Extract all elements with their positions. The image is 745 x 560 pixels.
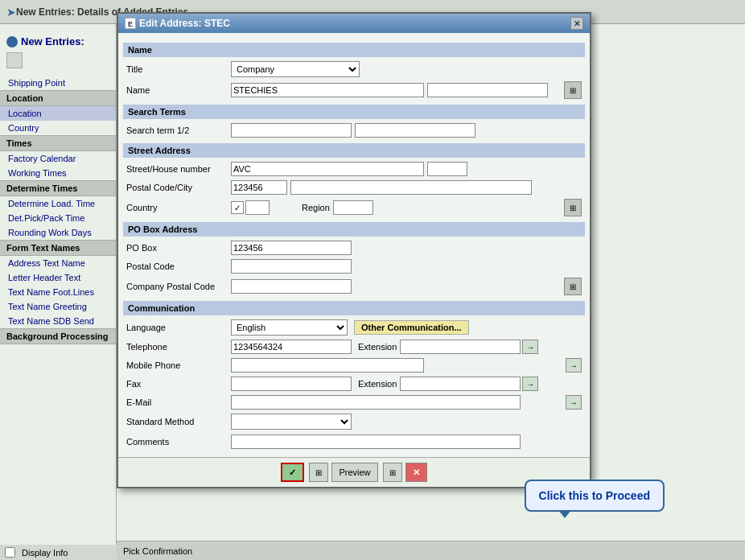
country-code-input[interactable] [245, 200, 270, 215]
po-box-row: PO Box [123, 240, 585, 256]
communication-section-header: Communication [123, 301, 585, 315]
email-action-btn[interactable]: → [566, 395, 582, 410]
search-term-input-1[interactable] [231, 123, 352, 138]
email-label: E-Mail [126, 397, 231, 407]
footer-icon-btn-2[interactable]: ⊞ [383, 463, 402, 482]
title-label: Title [126, 64, 231, 74]
toolbar-area [0, 51, 116, 76]
search-terms-section-header: Search Terms [123, 105, 585, 119]
po-box-section-header: PO Box Address [123, 222, 585, 237]
confirm-button[interactable]: ✓ [281, 463, 304, 482]
toolbar-icon-1[interactable] [6, 52, 23, 68]
title-row: Title Company [123, 60, 585, 78]
telephone-row: Telephone Extension → [123, 339, 585, 355]
sidebar-item-text-name-foot-lines[interactable]: Text Name Foot.Lines [0, 285, 116, 299]
language-select[interactable]: English German French [231, 319, 348, 336]
sidebar-item-shipping-point[interactable]: Shipping Point [0, 76, 116, 90]
sidebar-item-text-name-greeting[interactable]: Text Name Greeting [0, 299, 116, 314]
po-box-input[interactable] [231, 241, 352, 255]
fax-action-btn[interactable]: → [522, 377, 538, 391]
po-postal-row: Postal Code [123, 258, 585, 274]
extension-label: Extension [358, 342, 397, 352]
name-section-icon-btn[interactable]: ⊞ [564, 81, 582, 99]
name-label: Name [126, 85, 231, 95]
sidebar-item-factory-calendar[interactable]: Factory Calendar [0, 151, 116, 166]
callout-tooltip: Click this to Proceed [525, 480, 665, 512]
name-input-2[interactable] [427, 83, 548, 97]
sidebar-item-det-pick-pack[interactable]: Det.Pick/Pack Time [0, 211, 116, 225]
sidebar-section-background-processing: Background Processing [0, 328, 116, 344]
fax-input[interactable] [231, 377, 352, 391]
sidebar-item-working-times[interactable]: Working Times [0, 166, 116, 180]
region-input[interactable] [333, 200, 373, 215]
modal-close-button[interactable]: ✕ [570, 17, 583, 30]
modal-title-area: E Edit Address: STEC [125, 18, 230, 29]
company-postal-input[interactable] [231, 279, 352, 294]
sap-circle-icon [6, 36, 18, 47]
sidebar-item-text-name-sdb-send[interactable]: Text Name SDB Send [0, 314, 116, 328]
company-postal-label: Company Postal Code [126, 282, 231, 291]
language-label: Language [126, 323, 231, 332]
title-select[interactable]: Company [231, 61, 360, 77]
postal-city-label: Postal Code/City [126, 183, 231, 192]
telephone-input[interactable] [231, 340, 352, 354]
extension-input[interactable] [400, 340, 521, 354]
display-info-checkbox[interactable] [5, 547, 15, 558]
comments-input[interactable] [231, 434, 521, 449]
comments-row: Comments [123, 434, 585, 450]
modal-footer: ✓ ⊞ Preview ⊞ ✕ [118, 457, 590, 487]
fax-label: Fax [126, 379, 231, 389]
street-section-icon-btn[interactable]: ⊞ [564, 199, 582, 216]
modal-body: Name Title Company Name ⊞ Search Terms [118, 33, 590, 457]
country-checkbox[interactable]: ✓ [231, 201, 244, 214]
house-number-input[interactable] [427, 162, 467, 176]
sidebar-item-address-text-name[interactable]: Address Text Name [0, 256, 116, 270]
mobile-input[interactable] [231, 358, 424, 373]
name-row: Name ⊞ [123, 80, 585, 100]
street-address-section-header: Street Address [123, 143, 585, 158]
language-row: Language English German French Other Com… [123, 319, 585, 336]
mobile-label: Mobile Phone [126, 360, 231, 370]
sidebar-item-determine-load[interactable]: Determine Load. Time [0, 196, 116, 211]
fax-extension-label: Extension [358, 379, 397, 389]
search-term-row: Search term 1/2 [123, 122, 585, 138]
sidebar-item-letter-header-text[interactable]: Letter Header Text [0, 270, 116, 285]
sap-main-window: ➤ New Entries: Details of Added Entries … [0, 0, 745, 560]
modal-titlebar: E Edit Address: STEC ✕ [118, 14, 590, 33]
bottom-bar: Pick Confirmation [117, 541, 745, 560]
comments-label: Comments [126, 437, 231, 447]
po-box-section-icon-btn[interactable]: ⊞ [564, 278, 582, 295]
modal-title: Edit Address: STEC [139, 18, 230, 29]
sidebar-item-country[interactable]: Country [0, 121, 116, 135]
po-postal-input[interactable] [231, 259, 352, 274]
region-label: Region [302, 203, 330, 212]
sidebar-item-location[interactable]: Location [0, 106, 116, 121]
standard-method-row: Standard Method Fax E-Mail Letter [123, 413, 585, 430]
name-input-1[interactable] [231, 83, 424, 97]
postal-code-input[interactable] [231, 180, 287, 195]
fax-row: Fax Extension → [123, 376, 585, 392]
footer-icon-btn-1[interactable]: ⊞ [309, 463, 328, 482]
fax-extension-input[interactable] [400, 377, 521, 391]
standard-method-select[interactable]: Fax E-Mail Letter [231, 414, 352, 430]
country-row: Country ✓ Region ⊞ [123, 198, 585, 217]
street-label: Street/House number [126, 164, 231, 174]
other-communication-button[interactable]: Other Communication... [354, 320, 469, 335]
mobile-action-btn[interactable]: → [566, 358, 582, 373]
name-section-header: Name [123, 43, 585, 57]
country-label: Country [126, 203, 231, 212]
search-term-input-2[interactable] [355, 123, 475, 138]
sidebar-section-times: Times [0, 135, 116, 151]
preview-button[interactable]: Preview [331, 463, 377, 482]
email-input[interactable] [231, 395, 521, 410]
street-input[interactable] [231, 162, 424, 176]
new-entries-label: New Entries: [21, 35, 84, 47]
telephone-action-btn[interactable]: → [522, 340, 538, 354]
sidebar-item-rounding-work[interactable]: Rounding Work Days [0, 225, 116, 240]
cancel-button[interactable]: ✕ [405, 463, 427, 482]
sidebar-section-determine-times: Determine Times [0, 180, 116, 196]
new-entries-header: New Entries: [0, 31, 116, 51]
postal-city-row: Postal Code/City [123, 179, 585, 196]
email-row: E-Mail → [123, 394, 585, 410]
city-input[interactable] [290, 180, 532, 195]
